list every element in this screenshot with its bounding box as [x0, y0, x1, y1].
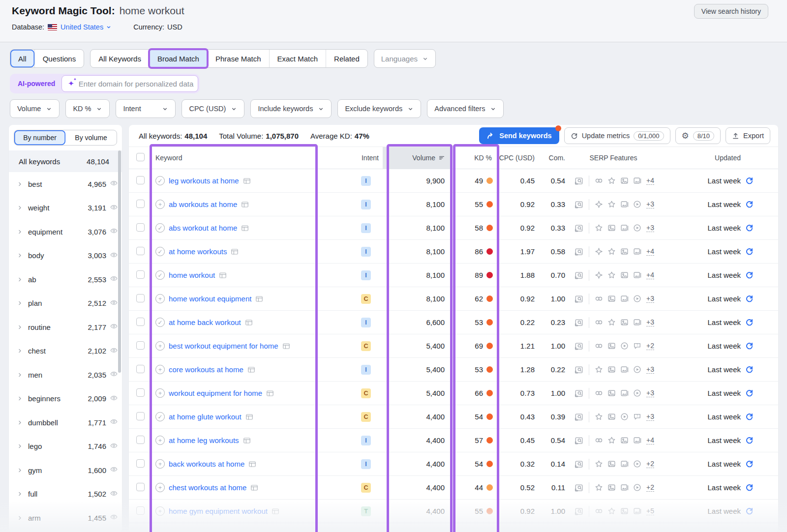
row-checkbox[interactable] [136, 506, 145, 515]
serp-more-link[interactable]: +3 [646, 224, 654, 232]
add-plus-icon[interactable]: + [155, 483, 165, 492]
column-kd[interactable]: KD % [452, 147, 499, 169]
sidebar-scrollbar[interactable] [118, 150, 121, 373]
serp-more-link[interactable]: +4 [646, 247, 654, 256]
refresh-icon[interactable] [745, 460, 754, 468]
refresh-icon[interactable] [745, 271, 754, 279]
refresh-icon[interactable] [745, 177, 754, 185]
serp-more-link[interactable]: +3 [646, 318, 654, 326]
filter-exclude-keywords[interactable]: Exclude keywords [337, 99, 421, 118]
export-button[interactable]: Export [726, 127, 770, 144]
refresh-icon[interactable] [745, 436, 754, 444]
sidebar-group-full[interactable]: full1,502 [9, 482, 122, 506]
row-checkbox[interactable] [136, 294, 145, 302]
keyword-link[interactable]: home workout equipment [169, 295, 251, 303]
row-checkbox[interactable] [136, 436, 145, 444]
add-plus-icon[interactable]: + [155, 200, 165, 209]
serp-more-link[interactable]: +2 [646, 483, 654, 492]
serp-more-link[interactable]: +5 [646, 507, 654, 515]
sidebar-group-routine[interactable]: routine2,177 [9, 315, 122, 339]
keyword-link[interactable]: at home leg workouts [169, 436, 239, 444]
column-intent[interactable]: Intent [319, 147, 383, 169]
filter-include-keywords[interactable]: Include keywords [250, 99, 332, 118]
row-checkbox[interactable] [136, 483, 145, 491]
row-checkbox[interactable] [136, 388, 145, 397]
tab-all-keywords[interactable]: All Keywords [91, 50, 149, 67]
tab-questions[interactable]: Questions [34, 50, 84, 67]
keyword-link[interactable]: core workouts at home [169, 365, 243, 374]
refresh-icon[interactable] [745, 318, 754, 326]
row-checkbox[interactable] [136, 176, 145, 184]
sidebar-group-lego[interactable]: lego1,746 [9, 435, 122, 459]
row-checkbox[interactable] [136, 247, 145, 255]
add-plus-icon[interactable]: + [155, 341, 165, 351]
sidebar-group-arm[interactable]: arm1,455 [9, 506, 122, 530]
tab-exact-match[interactable]: Exact Match [269, 50, 326, 67]
keyword-link[interactable]: workout equipment for home [169, 389, 262, 397]
tab-broad-match[interactable]: Broad Match [149, 50, 207, 67]
keyword-link[interactable]: back workouts at home [169, 460, 244, 468]
add-plus-icon[interactable]: + [155, 436, 165, 445]
serp-more-link[interactable]: +4 [646, 436, 654, 444]
sidebar-all-keywords-row[interactable]: All keywords 48,104 [9, 150, 122, 172]
serp-more-link[interactable]: +4 [646, 177, 654, 185]
refresh-icon[interactable] [745, 342, 754, 350]
row-checkbox[interactable] [136, 318, 145, 326]
filter-cpc-usd[interactable]: CPC (USD) [182, 99, 244, 118]
keyword-link[interactable]: at home back workout [169, 318, 241, 326]
send-keywords-button[interactable]: Send keywords [479, 127, 559, 144]
row-checkbox[interactable] [136, 412, 145, 420]
refresh-icon[interactable] [745, 224, 754, 232]
keyword-link[interactable]: abs workout at home [169, 224, 237, 232]
add-plus-icon[interactable]: + [155, 388, 165, 398]
row-checkbox[interactable] [136, 270, 145, 279]
refresh-icon[interactable] [745, 507, 754, 515]
sidebar-group-dumbbell[interactable]: dumbbell1,771 [9, 411, 122, 435]
keyword-link[interactable]: chest workouts at home [169, 483, 246, 492]
keyword-link[interactable]: at home glute workout [169, 413, 242, 421]
database-select[interactable]: United States [61, 23, 112, 31]
row-checkbox[interactable] [136, 200, 145, 208]
toggle-by-volume[interactable]: By volume [65, 130, 117, 145]
select-all-checkbox[interactable] [136, 153, 145, 161]
languages-dropdown[interactable]: Languages [374, 49, 436, 68]
tab-all[interactable]: All [10, 50, 34, 67]
refresh-icon[interactable] [745, 365, 754, 374]
filter-volume[interactable]: Volume [10, 99, 60, 118]
sidebar-group-chest[interactable]: chest2,102 [9, 339, 122, 363]
serp-more-link[interactable]: +2 [646, 342, 654, 350]
column-updated[interactable]: Updated [659, 147, 778, 169]
refresh-icon[interactable] [745, 295, 754, 303]
refresh-icon[interactable] [745, 413, 754, 421]
tab-phrase-match[interactable]: Phrase Match [207, 50, 269, 67]
keyword-link[interactable]: leg workouts at home [169, 177, 239, 185]
toggle-by-number[interactable]: By number [14, 130, 65, 145]
keyword-link[interactable]: at home workouts [169, 247, 227, 256]
add-plus-icon[interactable]: + [155, 294, 165, 303]
keyword-link[interactable]: best workout equipment for home [169, 342, 278, 350]
keyword-link[interactable]: home workout [169, 271, 215, 279]
sidebar-group-plan[interactable]: plan2,512 [9, 292, 122, 316]
filter-advanced-filters[interactable]: Advanced filters [427, 99, 504, 118]
view-search-history-button[interactable]: View search history [694, 4, 768, 19]
column-com[interactable]: Com. [537, 147, 568, 169]
add-plus-icon[interactable]: + [155, 459, 165, 469]
serp-more-link[interactable]: +3 [646, 200, 654, 208]
row-checkbox[interactable] [136, 341, 145, 350]
refresh-icon[interactable] [745, 247, 754, 256]
filter-intent[interactable]: Intent [116, 99, 176, 118]
column-keyword[interactable]: Keyword [151, 147, 319, 169]
refresh-icon[interactable] [745, 483, 754, 492]
serp-more-link[interactable]: +3 [646, 413, 654, 421]
add-plus-icon[interactable]: + [155, 506, 165, 516]
domain-input[interactable]: ✦✦ Enter domain for personalized data [61, 75, 198, 92]
refresh-icon[interactable] [745, 389, 754, 397]
sidebar-group-weight[interactable]: weight3,191 [9, 196, 122, 220]
add-plus-icon[interactable]: + [155, 365, 165, 374]
sidebar-group-men[interactable]: men2,035 [9, 363, 122, 387]
serp-more-link[interactable]: +3 [646, 365, 654, 374]
refresh-icon[interactable] [745, 200, 754, 208]
sidebar-group-equipment[interactable]: equipment3,076 [9, 220, 122, 244]
sidebar-group-ab[interactable]: ab2,553 [9, 267, 122, 292]
sidebar-group-gym[interactable]: gym1,600 [9, 458, 122, 482]
